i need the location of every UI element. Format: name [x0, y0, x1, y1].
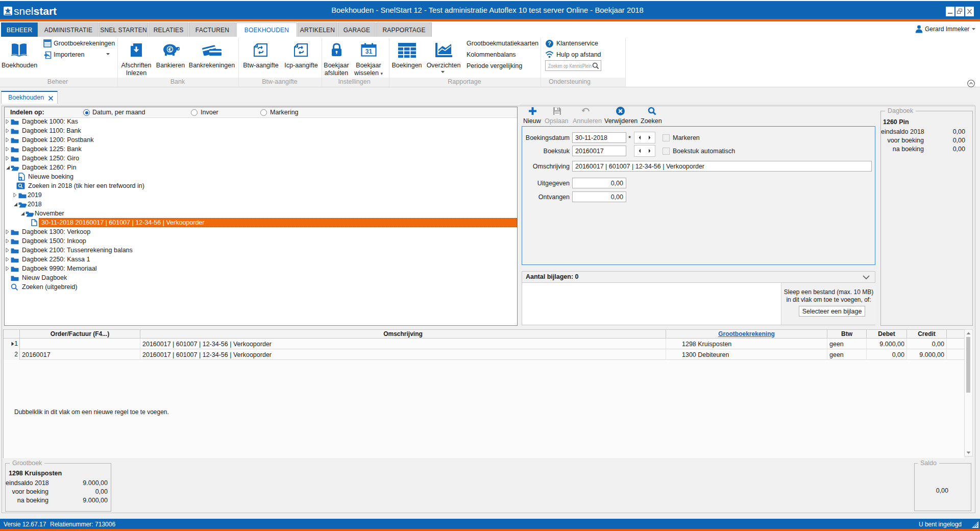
- svg-text:31: 31: [365, 48, 373, 55]
- svg-text:?: ?: [548, 40, 551, 46]
- svg-text:€: €: [168, 46, 172, 53]
